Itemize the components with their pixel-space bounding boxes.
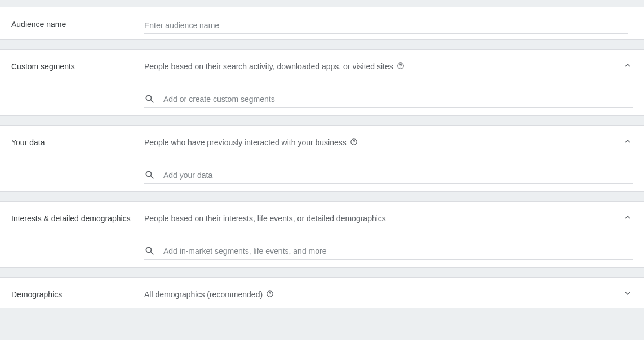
interests-search-box[interactable] [144, 243, 633, 260]
custom-segments-label: Custom segments [11, 60, 144, 72]
search-icon [144, 169, 156, 181]
search-icon [144, 93, 156, 105]
demographics-card: Demographics All demographics (recommend… [0, 277, 644, 308]
svg-point-3 [353, 143, 354, 144]
chevron-up-icon [623, 212, 633, 224]
help-icon[interactable] [350, 138, 358, 146]
your-data-search-input[interactable] [163, 171, 633, 180]
demographics-label: Demographics [11, 288, 144, 300]
svg-point-1 [400, 67, 401, 68]
collapse-toggle[interactable] [614, 136, 633, 148]
interests-card: Interests & detailed demographics People… [0, 201, 644, 268]
demographics-description: All demographics (recommended) [144, 288, 263, 300]
your-data-description: People who have previously interacted wi… [144, 136, 347, 148]
chevron-down-icon [623, 288, 633, 300]
chevron-up-icon [623, 136, 633, 148]
your-data-search-box[interactable] [144, 167, 633, 184]
custom-segments-card: Custom segments People based on their se… [0, 49, 644, 116]
custom-segments-search-input[interactable] [163, 95, 633, 104]
your-data-label: Your data [11, 136, 144, 148]
interests-description: People based on their interests, life ev… [144, 212, 386, 224]
audience-name-label: Audience name [11, 17, 144, 30]
search-icon [144, 245, 156, 257]
audience-name-input[interactable] [144, 17, 628, 34]
custom-segments-search-box[interactable] [144, 91, 633, 108]
expand-toggle[interactable] [614, 288, 633, 300]
interests-search-input[interactable] [163, 247, 633, 256]
collapse-toggle[interactable] [614, 60, 633, 72]
audience-name-card: Audience name [0, 7, 644, 40]
svg-point-5 [270, 295, 270, 296]
custom-segments-description: People based on their search activity, d… [144, 60, 393, 72]
chevron-up-icon [623, 60, 633, 72]
help-icon[interactable] [266, 290, 274, 298]
help-icon[interactable] [397, 62, 405, 70]
collapse-toggle[interactable] [614, 212, 633, 224]
your-data-card: Your data People who have previously int… [0, 125, 644, 192]
interests-label: Interests & detailed demographics [11, 212, 144, 224]
